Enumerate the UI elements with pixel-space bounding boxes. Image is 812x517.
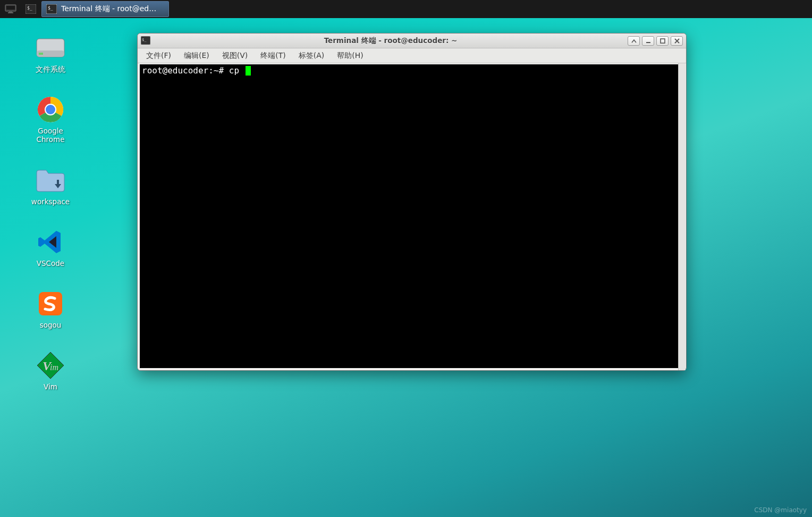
menu-view[interactable]: 视图(V) bbox=[216, 48, 255, 63]
svg-point-13 bbox=[46, 105, 55, 114]
folder-icon bbox=[33, 166, 67, 194]
terminal-icon: $_ bbox=[26, 4, 36, 14]
vim-icon: V im bbox=[33, 352, 67, 379]
window-menubar: 文件(F) 编辑(E) 视图(V) 终端(T) 标签(A) 帮助(H) bbox=[138, 48, 686, 63]
terminal-client-area: root@educoder:~# cp bbox=[138, 63, 686, 370]
vscode-icon bbox=[33, 228, 67, 256]
svg-rect-3 bbox=[8, 12, 13, 13]
desktop-icon-filesystem[interactable]: 文件系统 bbox=[16, 34, 85, 73]
desktop-icons: 文件系统 Google Chrome workspace bbox=[16, 34, 85, 391]
watermark-text: CSDN @miaotyy bbox=[754, 506, 807, 514]
svg-rect-20 bbox=[661, 39, 665, 43]
desktop-icon-label: 文件系统 bbox=[36, 65, 65, 73]
desktop-icon-label: Vim bbox=[44, 382, 57, 391]
monitor-icon bbox=[5, 4, 16, 14]
window-titlebar[interactable]: $_ Terminal 终端 - root@educoder: ~ bbox=[138, 34, 686, 48]
terminal-icon: $_ bbox=[46, 4, 57, 14]
menu-terminal[interactable]: 终端(T) bbox=[254, 48, 292, 63]
desktop-icon-label: Google Chrome bbox=[37, 127, 65, 144]
taskbar: $_ $_ Terminal 终端 - root@ed… bbox=[0, 0, 812, 18]
chrome-icon bbox=[33, 96, 67, 123]
terminal-window: $_ Terminal 终端 - root@educoder: ~ 文件(F) … bbox=[137, 33, 687, 371]
window-controls bbox=[628, 36, 683, 46]
terminal-prompt-text: root@educoder:~# cp bbox=[142, 65, 244, 76]
window-close-button[interactable] bbox=[671, 36, 683, 46]
desktop-icon-workspace[interactable]: workspace bbox=[16, 166, 85, 206]
desktop-icon-label: sogou bbox=[40, 321, 62, 329]
taskbar-window-terminal[interactable]: $_ Terminal 终端 - root@ed… bbox=[41, 1, 169, 17]
svg-text:$_: $_ bbox=[48, 6, 53, 11]
svg-text:$_: $_ bbox=[27, 6, 32, 11]
desktop-icon-sogou[interactable]: sogou bbox=[16, 290, 85, 329]
menu-file[interactable]: 文件(F) bbox=[140, 48, 177, 63]
window-minimize-button[interactable] bbox=[642, 36, 654, 46]
taskbar-launcher-terminal[interactable]: $_ bbox=[21, 1, 40, 17]
terminal-output[interactable]: root@educoder:~# cp bbox=[140, 64, 684, 368]
svg-rect-19 bbox=[646, 42, 650, 43]
window-maximize-button[interactable] bbox=[656, 36, 669, 46]
taskbar-window-label: Terminal 终端 - root@ed… bbox=[61, 4, 156, 14]
terminal-icon: $_ bbox=[141, 36, 150, 46]
menu-edit[interactable]: 编辑(E) bbox=[177, 48, 216, 63]
taskbar-show-desktop[interactable] bbox=[1, 1, 20, 17]
svg-rect-10 bbox=[39, 53, 43, 55]
svg-rect-1 bbox=[6, 6, 15, 10]
terminal-cursor bbox=[246, 66, 251, 76]
svg-text:im: im bbox=[50, 363, 58, 372]
menu-help[interactable]: 帮助(H) bbox=[331, 48, 369, 63]
desktop-icon-label: workspace bbox=[31, 197, 70, 206]
desktop-icon-vim[interactable]: V im Vim bbox=[16, 352, 85, 391]
window-shade-button[interactable] bbox=[628, 36, 640, 46]
disk-icon bbox=[33, 34, 67, 62]
desktop-icon-label: VSCode bbox=[37, 259, 64, 268]
svg-text:$_: $_ bbox=[142, 38, 147, 42]
sogou-icon bbox=[33, 290, 67, 318]
menu-tabs[interactable]: 标签(A) bbox=[292, 48, 331, 63]
terminal-scrollbar[interactable] bbox=[678, 63, 686, 370]
desktop-icon-vscode[interactable]: VSCode bbox=[16, 228, 85, 268]
window-title: Terminal 终端 - root@educoder: ~ bbox=[154, 36, 628, 46]
svg-rect-2 bbox=[9, 11, 12, 12]
desktop-icon-chrome[interactable]: Google Chrome bbox=[16, 96, 85, 144]
